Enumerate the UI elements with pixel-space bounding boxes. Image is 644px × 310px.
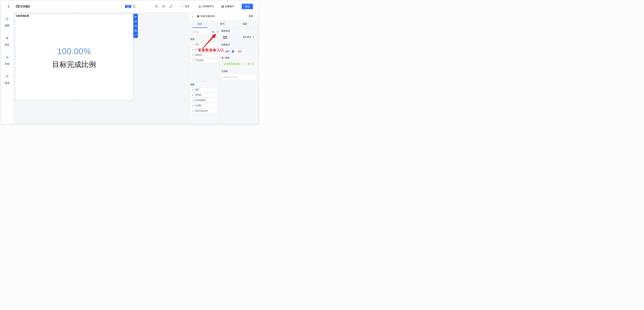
dashboard-style-button[interactable]: 仪表板样式 bbox=[198, 5, 214, 8]
drag-handle-icon[interactable]: ●●● bbox=[202, 80, 206, 82]
chart-type-row: 123 更改类型 bbox=[222, 34, 256, 40]
measure-field-target-completion[interactable]: # 目标完成比例 bbox=[190, 108, 218, 113]
dataset-settings-button[interactable] bbox=[212, 30, 214, 33]
number-field-icon: # bbox=[192, 48, 194, 51]
tab-style[interactable]: 样式 bbox=[211, 20, 234, 28]
chart-hover-toolbar bbox=[133, 14, 138, 38]
radio-all-label: 全部 bbox=[225, 50, 229, 53]
measure-field-target-sales[interactable]: # 目标销售额 bbox=[190, 98, 218, 103]
radio-custom-selected[interactable] bbox=[232, 50, 234, 53]
indicator-chart-type-icon: 123 bbox=[223, 35, 227, 39]
enlarge-icon[interactable] bbox=[134, 34, 137, 36]
chart-card-title: 目标完成比例 bbox=[16, 14, 29, 17]
desktop-icon bbox=[126, 5, 130, 8]
radio-all[interactable] bbox=[222, 50, 224, 53]
switch-dataset-button[interactable] bbox=[216, 30, 219, 33]
dashboard-canvas[interactable]: 目标完成比例 100.00% 目标完成比例 bbox=[14, 12, 188, 124]
back-chevron-icon bbox=[7, 5, 10, 8]
resize-handle-s[interactable] bbox=[73, 99, 75, 101]
app-window: 【官方示例】 更多 仪表板样式 批量操 bbox=[0, 0, 259, 124]
sidebar-item-other[interactable]: 其他 bbox=[1, 51, 14, 70]
trash-icon[interactable] bbox=[248, 63, 250, 65]
value-dropzone[interactable]: # 目标完成比例 bbox=[222, 61, 256, 67]
change-type-button[interactable]: 更改类型 bbox=[241, 34, 256, 40]
dashboard-title: 【官方示例】 bbox=[14, 5, 31, 8]
fullscreen-button[interactable] bbox=[170, 5, 173, 8]
resize-handle-nw[interactable] bbox=[14, 13, 16, 14]
batch-operation-button[interactable]: 批量操作 bbox=[221, 5, 234, 8]
desktop-view-button[interactable] bbox=[125, 5, 131, 8]
star-icon bbox=[198, 5, 201, 8]
sidebar-item-label: 其他 bbox=[5, 62, 10, 65]
resize-handle-se[interactable] bbox=[132, 99, 134, 101]
value-field-tag[interactable]: # 目标完成比例 bbox=[222, 62, 255, 66]
panel-tabs: 数据 样式 高级 bbox=[189, 20, 258, 28]
dimension-field-month[interactable]: # 月 bbox=[190, 47, 218, 52]
panel-header: » ! 目标完成比例 重置 bbox=[189, 12, 258, 20]
dimension-field-year[interactable]: T 年份 bbox=[190, 42, 218, 47]
number-field-icon: # bbox=[192, 94, 194, 96]
gear-icon bbox=[4, 35, 10, 41]
save-button[interactable]: 保存 bbox=[242, 4, 253, 9]
redo-icon bbox=[162, 5, 165, 8]
indicator-chart-card[interactable]: 目标完成比例 100.00% 目标完成比例 bbox=[15, 14, 133, 100]
text-field-icon: T bbox=[192, 59, 194, 62]
number-field-icon: # bbox=[192, 88, 194, 91]
active-tab-underline bbox=[192, 27, 208, 28]
dashboard-editor: { "topbar": { "title": "【官方示例】", "more":… bbox=[0, 0, 259, 125]
sidebar-item-reuse[interactable]: 复用 bbox=[1, 70, 14, 89]
batch-grid-icon bbox=[221, 5, 224, 8]
panel-content: 维度 T 年份 # 月 T 销售部门 T 产品名称 bbox=[189, 28, 258, 124]
dimension-field-product-name[interactable]: T 产品名称 bbox=[190, 58, 218, 63]
main-area: 视图 组件 其他 复用 bbox=[1, 12, 258, 124]
measure-field-record-count[interactable]: # 记录数* bbox=[190, 103, 218, 108]
sidebar-item-view[interactable]: 视图 bbox=[1, 12, 14, 32]
view-data-icon[interactable] bbox=[134, 29, 137, 32]
resize-handle-e[interactable] bbox=[132, 56, 134, 58]
chevron-down-icon[interactable] bbox=[252, 63, 254, 65]
field-search-row bbox=[190, 28, 219, 36]
collapse-panel-button[interactable]: » bbox=[190, 14, 195, 19]
number-field-icon: # bbox=[192, 110, 194, 112]
measure-field-sales-volume[interactable]: # 销量 bbox=[190, 87, 218, 92]
search-input[interactable] bbox=[194, 31, 206, 33]
batch-operation-label: 批量操作 bbox=[225, 5, 234, 8]
number-field-icon: # bbox=[192, 104, 194, 107]
comment-icon bbox=[4, 54, 10, 60]
settings-gear-icon bbox=[212, 30, 214, 33]
mobile-view-button[interactable] bbox=[131, 5, 137, 8]
chevron-down-icon bbox=[252, 37, 254, 38]
sidebar-item-component[interactable]: 组件 bbox=[1, 32, 14, 51]
result-display-label: 结果展示 bbox=[222, 43, 256, 46]
data-grid-icon[interactable] bbox=[134, 24, 137, 27]
tab-advanced[interactable]: 高级 bbox=[234, 20, 256, 28]
measures-label: 指标 bbox=[190, 83, 219, 86]
spacer bbox=[190, 63, 219, 81]
toolbar-divider bbox=[178, 4, 178, 8]
resize-handle-w[interactable] bbox=[14, 56, 16, 58]
undo-button[interactable] bbox=[155, 5, 158, 8]
edit-icon[interactable] bbox=[134, 20, 137, 23]
measure-field-sales-amount[interactable]: # 销售额 bbox=[190, 93, 218, 97]
filter-label: 过滤器 bbox=[222, 70, 256, 73]
number-field-icon: # bbox=[192, 99, 194, 102]
resize-handle-n[interactable] bbox=[73, 13, 75, 14]
divider bbox=[220, 41, 258, 42]
filter-placeholder: 拖动字段至此处 bbox=[223, 76, 238, 79]
dataset-fields-column: 维度 T 年份 # 月 T 销售部门 T 产品名称 bbox=[189, 28, 220, 124]
more-menu[interactable]: 更多 bbox=[181, 5, 190, 8]
indicator-value: 100.00% bbox=[15, 46, 133, 56]
refresh-icon bbox=[216, 30, 219, 33]
tab-data[interactable]: 数据 bbox=[189, 20, 211, 28]
text-field-icon: T bbox=[192, 54, 194, 56]
panel-chart-title: 目标完成比例 bbox=[200, 15, 214, 18]
sidebar-item-label: 复用 bbox=[5, 82, 10, 85]
back-button[interactable] bbox=[7, 5, 10, 8]
dimension-field-sales-dept[interactable]: T 销售部门 bbox=[190, 53, 218, 57]
gear-icon[interactable] bbox=[134, 15, 137, 18]
redo-button[interactable] bbox=[162, 5, 165, 8]
filter-dropzone[interactable]: 拖动字段至此处 bbox=[222, 74, 256, 81]
result-count-input[interactable] bbox=[236, 49, 245, 54]
resize-handle-sw[interactable] bbox=[14, 99, 16, 101]
reset-button[interactable]: 重置 bbox=[246, 13, 256, 19]
